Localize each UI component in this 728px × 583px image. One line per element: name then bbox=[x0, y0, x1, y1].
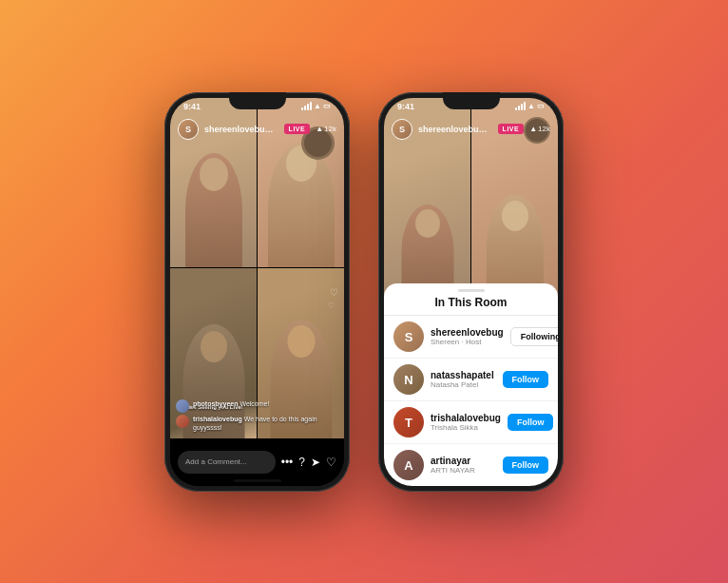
comment-placeholder: Add a Comment... bbox=[185, 457, 246, 466]
room-subtitle-3: ARTI NAYAR bbox=[431, 466, 496, 475]
left-screen: 9:41 ▲ ▭ S shereenlovebug, n... LIVE ▲ 1… bbox=[170, 98, 344, 486]
room-info-1: natasshapatel Natasha Patel bbox=[431, 370, 496, 389]
room-info-3: artinayar ARTI NAYAR bbox=[431, 456, 496, 475]
room-item-3: A artinayar ARTI NAYAR Follow bbox=[384, 444, 558, 485]
room-avatar-2: T bbox=[393, 407, 424, 437]
status-icons-right: ▲ ▭ bbox=[515, 102, 545, 110]
room-avatar-1: N bbox=[393, 364, 424, 395]
live-badge-left: LIVE bbox=[284, 124, 311, 134]
host-avatar-left: S bbox=[178, 119, 199, 140]
left-phone: 9:41 ▲ ▭ S shereenlovebug, n... LIVE ▲ 1… bbox=[164, 92, 350, 492]
host-avatar-right: S bbox=[392, 119, 412, 140]
signal-left bbox=[301, 103, 312, 110]
comment-2: trishalalovebug We have to do this again… bbox=[176, 415, 338, 432]
status-icons-left: ▲ ▭ bbox=[301, 102, 331, 110]
time-right: 9:41 bbox=[397, 102, 414, 111]
comment-input[interactable]: Add a Comment... bbox=[178, 451, 276, 474]
room-list: S shereenlovebug Shereen · Host Followin… bbox=[384, 316, 558, 485]
room-subtitle-0: Shereen · Host bbox=[431, 338, 504, 346]
follow-button-3[interactable]: Follow bbox=[503, 457, 549, 474]
room-item-0: S shereenlovebug Shereen · Host Followin… bbox=[384, 316, 558, 359]
video-grid: Miss Seeing you Live! ♡ ♡ bbox=[170, 98, 344, 438]
wifi-icon-right: ▲ bbox=[527, 102, 535, 110]
signal-right bbox=[515, 103, 526, 110]
wifi-icon-left: ▲ bbox=[314, 102, 321, 110]
room-avatar-0: S bbox=[393, 321, 424, 352]
room-username-2: trishalalovebug bbox=[431, 413, 501, 423]
room-item-2: T trishalalovebug Trishala Sikka Follow bbox=[384, 401, 558, 444]
video-header-right: S shereenlovebug, n... LIVE ▲ 12k bbox=[384, 115, 558, 144]
bottom-bar-left: Add a Comment... ••• ? ➤ ♡ bbox=[170, 438, 344, 486]
room-username-0: shereenlovebug bbox=[431, 327, 504, 338]
room-item-1: N natasshapatel Natasha Patel Follow bbox=[384, 359, 558, 401]
comment-1: photosbyyeen Welcome! bbox=[176, 399, 338, 413]
follow-button-2[interactable]: Follow bbox=[508, 414, 554, 431]
live-badge-right: LIVE bbox=[498, 124, 525, 134]
question-icon[interactable]: ? bbox=[298, 456, 305, 469]
right-screen: 9:41 ▲ ▭ bbox=[384, 98, 558, 486]
video-header-left: S shereenlovebug, n... LIVE ▲ 12k bbox=[170, 115, 344, 144]
room-username-1: natasshapatel bbox=[431, 370, 496, 380]
battery-icon-left: ▭ bbox=[323, 102, 331, 110]
viewer-count-right: ▲ 12k bbox=[529, 125, 550, 133]
viewer-count-left: ▲ 12k bbox=[316, 125, 336, 133]
comments-overlay: photosbyyeen Welcome! trishalalovebug We… bbox=[170, 396, 344, 437]
follow-button-1[interactable]: Follow bbox=[503, 371, 549, 388]
room-subtitle-1: Natasha Patel bbox=[431, 380, 496, 389]
room-avatar-3: A bbox=[393, 450, 424, 480]
send-icon[interactable]: ➤ bbox=[311, 456, 320, 469]
room-username-3: artinayar bbox=[431, 456, 496, 466]
notch bbox=[229, 92, 286, 109]
host-username-left: shereenlovebug, n... bbox=[204, 125, 278, 134]
follow-button-0[interactable]: Following bbox=[510, 327, 558, 346]
ellipsis-icon[interactable]: ••• bbox=[281, 456, 294, 469]
notch-right bbox=[443, 92, 500, 109]
right-phone: 9:41 ▲ ▭ bbox=[378, 92, 564, 492]
heart-icon[interactable]: ♡ bbox=[326, 456, 336, 469]
bottom-sheet: In This Room S shereenlovebug Shereen · … bbox=[384, 283, 558, 485]
battery-icon-right: ▭ bbox=[537, 102, 545, 110]
room-info-0: shereenlovebug Shereen · Host bbox=[431, 327, 504, 346]
room-subtitle-2: Trishala Sikka bbox=[431, 423, 501, 432]
sheet-title: In This Room bbox=[384, 296, 558, 316]
time-left: 9:41 bbox=[183, 102, 201, 111]
room-info-2: trishalalovebug Trishala Sikka bbox=[431, 413, 501, 432]
heart-overlay: ♡ bbox=[330, 287, 338, 298]
sheet-handle bbox=[458, 289, 485, 292]
host-username-right: shereenlovebug, n... bbox=[418, 125, 492, 134]
